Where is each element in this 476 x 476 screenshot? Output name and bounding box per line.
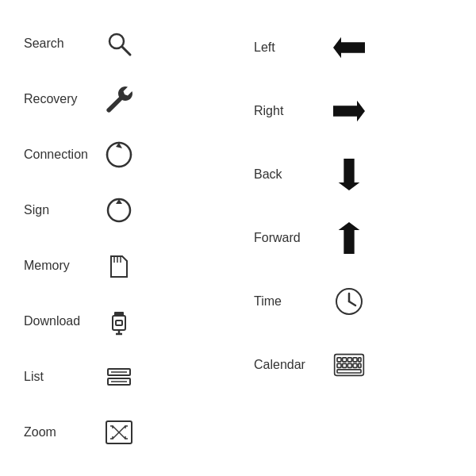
svg-rect-36: [353, 363, 357, 367]
svg-rect-38: [337, 370, 361, 373]
search-label: Search: [8, 36, 95, 51]
svg-line-1: [122, 47, 130, 55]
list-item: Calendar: [238, 341, 468, 389]
svg-rect-37: [359, 363, 361, 367]
list-item: Download: [8, 301, 238, 341]
svg-marker-22: [339, 159, 360, 190]
svg-line-19: [119, 432, 125, 439]
svg-rect-32: [359, 358, 361, 362]
list-item: Connection: [8, 135, 238, 175]
arrow-left-icon: [325, 32, 373, 63]
svg-rect-31: [353, 358, 357, 362]
svg-rect-29: [343, 358, 347, 362]
svg-rect-7: [113, 316, 125, 330]
list-item: Zoom: [8, 413, 238, 452]
svg-marker-20: [333, 37, 365, 59]
list-item: Forward: [238, 214, 468, 262]
connection-icon: [95, 139, 143, 171]
svg-line-17: [119, 426, 125, 432]
list-item: Time: [238, 278, 468, 325]
clock-icon: [325, 286, 373, 317]
svg-rect-33: [337, 363, 341, 367]
recovery-label: Recovery: [8, 92, 95, 106]
right-label: Right: [238, 104, 325, 118]
list-item: Sign: [8, 190, 238, 230]
download-label: Download: [8, 314, 95, 328]
connection-label: Connection: [8, 148, 95, 162]
svg-rect-8: [116, 321, 122, 325]
calendar-label: Calendar: [238, 358, 325, 372]
list-item: Right: [238, 87, 468, 135]
svg-marker-21: [333, 101, 365, 122]
zoom-icon: [95, 416, 143, 448]
zoom-label: Zoom: [8, 425, 95, 440]
back-label: Back: [238, 167, 325, 182]
svg-rect-30: [347, 358, 351, 362]
search-icon: [95, 28, 143, 60]
calendar-icon: [325, 349, 373, 381]
svg-line-26: [349, 301, 355, 305]
sign-label: Sign: [8, 203, 95, 217]
svg-rect-28: [337, 358, 341, 362]
arrow-up-icon: [325, 222, 373, 254]
svg-line-16: [113, 426, 119, 432]
svg-line-18: [113, 432, 119, 439]
download-icon: [95, 305, 143, 337]
forward-label: Forward: [238, 231, 325, 245]
memory-label: Memory: [8, 259, 95, 273]
list-label: List: [8, 370, 95, 384]
svg-marker-23: [339, 222, 360, 254]
list-item: Recovery: [8, 79, 238, 119]
list-item: Memory: [8, 246, 238, 286]
recovery-icon: [95, 83, 143, 115]
list-item: List: [8, 357, 238, 397]
list-icon: [95, 361, 143, 393]
main-container: Search Recovery Connection: [0, 0, 476, 476]
arrow-down-icon: [325, 159, 373, 190]
time-label: Time: [238, 294, 325, 309]
svg-rect-34: [343, 363, 347, 367]
list-item: Left: [238, 24, 468, 71]
right-column: Left Right Back: [238, 16, 468, 460]
memory-icon: [95, 250, 143, 282]
svg-rect-35: [347, 363, 351, 367]
sign-icon: [95, 194, 143, 226]
list-item: Back: [238, 151, 468, 198]
list-item: Search: [8, 24, 238, 63]
left-column: Search Recovery Connection: [8, 16, 238, 460]
left-label: Left: [238, 40, 325, 55]
arrow-right-icon: [325, 95, 373, 127]
